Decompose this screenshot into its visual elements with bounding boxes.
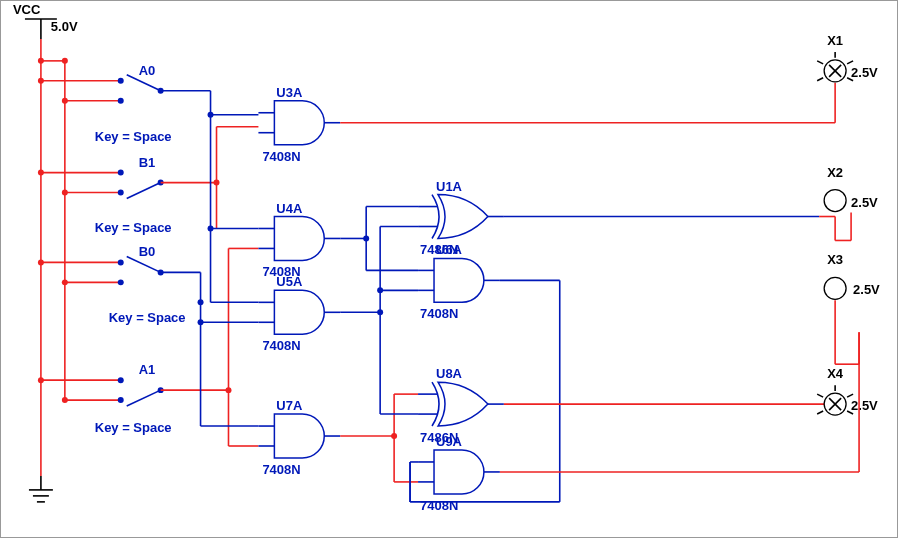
svg-point-45	[38, 259, 44, 265]
gate-U5A: U5A 7408N	[201, 274, 341, 353]
svg-point-81	[391, 433, 397, 439]
switch-label: B0	[139, 244, 156, 259]
svg-point-50	[38, 377, 44, 383]
switch-A0[interactable]: A0 Key = Space	[38, 63, 211, 144]
switch-key-label: Key = Space	[109, 310, 186, 325]
svg-point-47	[62, 279, 68, 285]
gate-ref: U8A	[436, 366, 463, 381]
output-X4: X4 2.5V	[500, 332, 878, 472]
vcc-value: 5.0V	[51, 19, 78, 34]
svg-point-37	[62, 98, 68, 104]
output-X3: X3 2.5V	[824, 252, 880, 364]
output-label: X1	[827, 33, 843, 48]
svg-point-42	[62, 190, 68, 196]
gate-part: 7408N	[420, 498, 458, 513]
power-supply: VCC 5.0V	[13, 2, 78, 39]
switch-key-label: Key = Space	[95, 129, 172, 144]
output-voltage: 2.5V	[851, 195, 878, 210]
gate-ref: U7A	[276, 398, 303, 413]
ground-symbol	[29, 476, 53, 502]
schematic-canvas: VCC 5.0V A0 Key = Space	[0, 0, 898, 538]
svg-point-35	[38, 78, 44, 84]
output-X2: X2 2.5V	[504, 165, 878, 241]
output-label: X3	[827, 252, 843, 267]
svg-point-63	[225, 387, 231, 393]
switch-B0[interactable]: B0 Key = Space	[38, 244, 201, 325]
output-label: X2	[827, 165, 843, 180]
gate-part: 7408N	[262, 338, 300, 353]
gate-U7A: U7A 7408N	[201, 398, 341, 477]
gate-part: 7408N	[262, 462, 300, 477]
svg-point-33	[62, 58, 68, 64]
gate-ref: U4A	[276, 201, 303, 216]
switch-label: A0	[139, 63, 156, 78]
gate-ref: U5A	[276, 274, 303, 289]
gate-part: 7408N	[262, 149, 300, 164]
svg-point-74	[363, 235, 369, 241]
gate-part: 7408N	[420, 306, 458, 321]
gate-ref: U6A	[436, 242, 463, 257]
gate-ref: U9A	[436, 434, 463, 449]
output-X1: X1 2.5V	[340, 33, 878, 123]
switch-label: A1	[139, 362, 156, 377]
svg-point-62	[214, 180, 220, 186]
svg-point-40	[38, 170, 44, 176]
switch-label: B1	[139, 155, 156, 170]
gate-U3A: U3A 7408N	[211, 85, 341, 164]
vcc-label: VCC	[13, 2, 41, 17]
output-label: X4	[827, 366, 844, 381]
output-voltage: 2.5V	[851, 65, 878, 80]
output-voltage: 2.5V	[851, 398, 878, 413]
svg-point-60	[198, 299, 204, 305]
gate-U4A: U4A 7408N	[211, 201, 341, 280]
svg-point-52	[62, 397, 68, 403]
gate-ref: U1A	[436, 179, 463, 194]
gate-ref: U3A	[276, 85, 303, 100]
switch-key-label: Key = Space	[95, 220, 172, 235]
schematic-overlay: VCC 5.0V A0 Key = Space	[1, 1, 897, 538]
svg-point-32	[38, 58, 44, 64]
output-voltage: 2.5V	[853, 282, 880, 297]
switch-key-label: Key = Space	[95, 420, 172, 435]
gate-U1A: U1A 7486N	[366, 179, 504, 258]
